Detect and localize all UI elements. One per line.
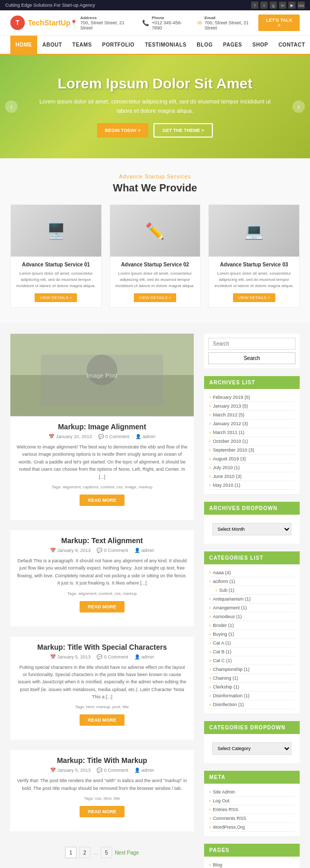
top-bar: Cutting Edge Solutions For Start-up Agen… xyxy=(0,0,310,10)
service-title-2: Advance Startup Service 02 xyxy=(115,262,195,267)
category-item-13[interactable]: Clerkship (1) xyxy=(209,683,295,692)
archive-item-7[interactable]: August 2019 (3) xyxy=(209,455,295,463)
archive-item-6[interactable]: September 2010 (3) xyxy=(209,446,295,455)
archive-item-3[interactable]: January 2012 (3) xyxy=(209,420,295,428)
page-1[interactable]: 1 xyxy=(65,847,76,858)
category-item-2[interactable]: Sub (1) xyxy=(209,586,295,595)
category-item-0[interactable]: Aaaa (4) xyxy=(209,568,295,577)
read-more-1[interactable]: READ MORE xyxy=(80,495,125,506)
category-item-9[interactable]: Cat B (1) xyxy=(209,648,295,656)
logo[interactable]: T TechStartUp xyxy=(10,16,70,30)
archives-dropdown[interactable]: Select Month xyxy=(212,523,291,535)
rss-icon[interactable]: rss xyxy=(298,2,305,9)
nav-portfolio[interactable]: PORTFOLIO xyxy=(97,36,140,54)
post-excerpt-4: Verify that: The post title renders the … xyxy=(17,777,188,792)
page-2[interactable]: 2 xyxy=(79,847,90,858)
post-meta-2: 📅 January 9, 2013 💬 0 Comment 👤 admin xyxy=(17,548,188,553)
services-subtitle: Advance Startup Services xyxy=(10,174,300,179)
post-excerpt-3: Putting special characters in the title … xyxy=(17,664,188,701)
category-item-7[interactable]: Buying (1) xyxy=(209,630,295,639)
category-item-10[interactable]: Cat C (1) xyxy=(209,656,295,665)
post-date-4: 📅 January 5, 2013 xyxy=(50,768,91,773)
next-page-link[interactable]: Next Page xyxy=(115,850,139,856)
category-item-4[interactable]: Arrangement (1) xyxy=(209,604,295,612)
service-title-3: Advance Startup Service 03 xyxy=(214,262,294,267)
meta-item-3[interactable]: Comments RSS xyxy=(209,814,295,823)
category-item-14[interactable]: Disinformation (1) xyxy=(209,692,295,700)
archive-item-2[interactable]: March 2012 (5) xyxy=(209,411,295,420)
service-image-1: 🖥️ xyxy=(11,205,101,257)
lets-talk-button[interactable]: LET'S TALK > xyxy=(258,14,300,31)
read-more-3[interactable]: READ MORE xyxy=(80,714,125,726)
post-author-1: 👤 admin xyxy=(135,434,156,439)
post-author-4: 👤 admin xyxy=(134,768,154,773)
comment-icon-1: 💬 xyxy=(98,434,104,439)
categories-list: Aaaa (4) aciform (1) Sub (1) Antiquarian… xyxy=(204,564,300,713)
nav-about[interactable]: ABOUT xyxy=(37,36,67,54)
hero-subtitle: Lorem ipsum dolor sit amet, consectetur … xyxy=(31,97,279,115)
post-tags-4: Tags: css, html, title xyxy=(17,796,188,801)
svg-text:Image Post: Image Post xyxy=(87,372,118,379)
nav-home[interactable]: HOME xyxy=(10,36,37,54)
service-btn-1[interactable]: VIEW DETAILS > xyxy=(35,293,77,302)
page-item-0[interactable]: Blog xyxy=(209,861,295,868)
meta-item-1[interactable]: Log Out xyxy=(209,797,295,805)
page-5[interactable]: 5 xyxy=(101,847,112,858)
post-meta-3: 📅 January 5, 2013 💬 0 Comment 👤 admin xyxy=(17,654,188,660)
main-nav: HOME ABOUT TEAMS PORTFOLIO TESTIMONIALS … xyxy=(0,36,310,55)
archives-list: February 2019 (5) January 2013 (5) March… xyxy=(204,389,300,494)
archive-item-5[interactable]: October 2010 (1) xyxy=(209,437,295,446)
logo-text: TechStartUp xyxy=(28,19,70,27)
meta-item-2[interactable]: Entries RSS xyxy=(209,805,295,814)
category-item-6[interactable]: Broder (1) xyxy=(209,621,295,630)
search-widget: Search xyxy=(204,334,300,368)
hero-begin-button[interactable]: BEGIN TODAY > xyxy=(97,123,148,138)
category-item-12[interactable]: Chaining (1) xyxy=(209,674,295,683)
categories-dropdown[interactable]: Select Category xyxy=(212,742,291,755)
meta-item-0[interactable]: Site Admin xyxy=(209,788,295,797)
category-item-1[interactable]: aciform (1) xyxy=(209,577,295,586)
nav-shop[interactable]: SHOP xyxy=(247,36,273,54)
service-btn-3[interactable]: VIEW DETAILS > xyxy=(233,293,275,302)
twitter-icon[interactable]: t xyxy=(260,2,268,9)
nav-pages[interactable]: PAGES xyxy=(218,36,247,54)
post-tags-3: Tags: html, markup, post, title xyxy=(17,705,188,709)
phone-label: Phone xyxy=(152,16,190,20)
youtube-icon[interactable]: ▶ xyxy=(288,2,296,9)
categories-dropdown-title: CATEGORIES DROPDOWN xyxy=(204,721,300,734)
googleplus-icon[interactable]: g xyxy=(270,2,277,9)
service-btn-2[interactable]: VIEW DETAILS > xyxy=(134,293,176,302)
search-input[interactable] xyxy=(208,338,296,350)
category-item-15[interactable]: Disinfection (1) xyxy=(209,700,295,709)
hero-theme-button[interactable]: GET THE THEME > xyxy=(153,123,213,138)
user-icon-4: 👤 xyxy=(134,768,140,773)
read-more-4[interactable]: READ MORE xyxy=(80,806,125,817)
calendar-icon-3: 📅 xyxy=(50,654,56,660)
search-button[interactable]: Search xyxy=(208,352,296,364)
post-tags-1: Tags: alignment, captions, content, css,… xyxy=(17,485,188,489)
meta-item-4[interactable]: WordPress.Org xyxy=(209,823,295,832)
nav-teams[interactable]: TEAMS xyxy=(67,36,97,54)
nav-testimonials[interactable]: TESTIMONIALS xyxy=(140,36,191,54)
archive-item-8[interactable]: July 2010 (1) xyxy=(209,463,295,472)
archives-title: ARCHIVES LIST xyxy=(204,376,300,389)
category-item-3[interactable]: Antiquarianism (1) xyxy=(209,595,295,604)
svg-rect-3 xyxy=(41,355,163,406)
archive-item-1[interactable]: January 2013 (5) xyxy=(209,402,295,411)
meta-widget: META Site Admin Log Out Entries RSS Comm… xyxy=(204,771,300,836)
category-item-5[interactable]: Asmodeus (1) xyxy=(209,612,295,621)
linkedin-icon[interactable]: in xyxy=(279,2,286,9)
nav-blog[interactable]: BLOG xyxy=(192,36,218,54)
archive-item-0[interactable]: February 2019 (5) xyxy=(209,393,295,402)
category-item-11[interactable]: Championship (1) xyxy=(209,665,295,674)
service-text-2: Lorem ipsum dolor sit amet, consectetur … xyxy=(115,271,195,289)
main-content-area: Image Post Markup: Image Alignment 📅 Jan… xyxy=(0,323,310,868)
category-item-8[interactable]: Cat A (1) xyxy=(209,639,295,648)
contact-info: 📍 Address 700, Street Street, 21 Street … xyxy=(70,16,258,31)
facebook-icon[interactable]: f xyxy=(251,2,258,9)
archive-item-9[interactable]: June 2010 (3) xyxy=(209,472,295,481)
nav-contact[interactable]: CONTACT xyxy=(273,36,310,54)
archive-item-4[interactable]: March 2011 (1) xyxy=(209,428,295,437)
read-more-2[interactable]: READ MORE xyxy=(80,601,125,612)
archive-item-10[interactable]: May 2010 (1) xyxy=(209,481,295,490)
